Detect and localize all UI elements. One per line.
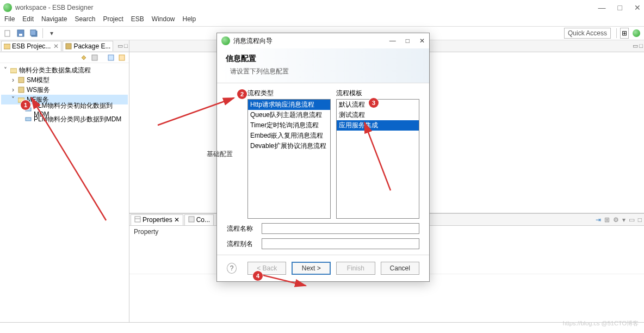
maximize-view-icon[interactable]: □ — [124, 42, 128, 50]
menu-search[interactable]: Search — [75, 15, 95, 26]
svg-rect-11 — [18, 77, 24, 83]
svg-rect-8 — [108, 55, 114, 60]
maximize-button[interactable]: □ — [618, 3, 622, 12]
maximize-view-icon[interactable]: □ — [638, 216, 642, 224]
tree-root[interactable]: ˅ 物料分类主数据集成流程 — [1, 65, 128, 75]
link-editor-icon[interactable] — [80, 54, 88, 61]
menu-file[interactable]: File — [4, 15, 15, 26]
tree-item-ws[interactable]: › WS服务 — [1, 85, 128, 95]
menu-esb[interactable]: ESB — [131, 15, 144, 26]
tab-package-explorer[interactable]: Package E... — [63, 41, 113, 51]
back-button[interactable]: < Back — [247, 262, 286, 275]
dialog-titlebar: 消息流程向导 — □ ✕ — [217, 33, 429, 48]
flow-type-listbox[interactable]: Http请求响应消息流程 Queue队列主题消息流程 Timer定时轮询消息流程… — [247, 99, 331, 219]
close-icon[interactable]: ✕ — [174, 216, 179, 224]
project-tree: ˅ 物料分类主数据集成流程 › SM模型 › WS服务 ˅ MF服务 — [0, 63, 129, 322]
svg-rect-2 — [19, 34, 22, 36]
menu-edit[interactable]: Edit — [22, 15, 34, 26]
tab-label: ESB Projec... — [12, 42, 51, 50]
minimize-button[interactable]: — — [598, 3, 606, 12]
side-label: 基础配置 — [207, 150, 233, 159]
tab-esb-project[interactable]: ESB Projec... ✕ — [1, 41, 61, 51]
close-button[interactable]: ✕ — [419, 37, 425, 45]
model-icon — [17, 76, 25, 84]
minimize-view-icon[interactable]: ▭ — [117, 42, 123, 50]
list-item[interactable]: 默认流程 — [337, 100, 419, 110]
filter-icon[interactable] — [118, 54, 126, 61]
list-item[interactable]: 应用服务集成 — [337, 120, 419, 131]
package-icon — [65, 43, 72, 50]
cancel-button[interactable]: Cancel — [381, 262, 419, 275]
properties-toolbar: ⇥ ⊞ ⚙ ▾ ▭ □ — [596, 216, 644, 224]
perspective-open-icon[interactable]: ⊞ — [622, 29, 627, 37]
console-icon — [188, 216, 195, 224]
editor-tab-tools: ▭ □ — [633, 42, 644, 50]
new-icon[interactable] — [2, 28, 13, 39]
expand-icon[interactable]: › — [10, 86, 16, 94]
app-icon — [221, 36, 230, 45]
tab-console[interactable]: Co... — [184, 214, 214, 225]
svg-rect-15 — [26, 118, 31, 121]
menu-icon[interactable]: ▾ — [622, 216, 626, 224]
tree-item-mf-child1[interactable]: PLM物料分类初始化数据到MDM — [1, 104, 128, 114]
wizard-dialog: 消息流程向导 — □ ✕ 信息配置 请设置下列信息配置 流程类型 Http请求响… — [216, 33, 430, 282]
tree-item-sm[interactable]: › SM模型 — [1, 75, 128, 85]
svg-rect-6 — [66, 44, 71, 49]
window-title: workspace - ESB Designer — [15, 4, 93, 11]
tab-properties[interactable]: Properties ✕ — [131, 214, 183, 225]
expand-icon[interactable]: › — [10, 76, 16, 84]
project-icon — [4, 43, 10, 50]
svg-rect-13 — [18, 98, 24, 102]
close-button[interactable]: ✕ — [634, 3, 641, 12]
categories-icon[interactable]: ⊞ — [604, 216, 610, 224]
collapse-icon[interactable]: ˅ — [3, 66, 8, 74]
list-item[interactable]: Embed嵌入复用消息流程 — [248, 131, 330, 141]
folder-icon — [10, 66, 17, 74]
tree-label: PLM物料分类同步数据到MDM — [34, 115, 121, 124]
pin-icon[interactable]: ⇥ — [596, 216, 601, 224]
show-advanced-icon[interactable]: ⚙ — [613, 216, 619, 224]
save-all-icon[interactable] — [28, 28, 39, 39]
next-button[interactable]: Next > — [292, 262, 331, 275]
list-item[interactable]: Devable扩展协议消息流程 — [248, 141, 330, 151]
list-item[interactable]: 测试流程 — [337, 110, 419, 120]
collapse-icon[interactable]: ˅ — [10, 96, 16, 103]
refresh-icon[interactable] — [107, 54, 115, 61]
folder-icon — [17, 96, 25, 103]
maximize-button[interactable]: □ — [406, 37, 410, 45]
flow-icon — [24, 106, 32, 113]
collapse-all-icon[interactable] — [91, 54, 98, 61]
window-titlebar: workspace - ESB Designer — □ ✕ — [0, 0, 644, 15]
close-icon[interactable]: ✕ — [53, 42, 59, 50]
list-item[interactable]: Timer定时轮询消息流程 — [248, 120, 330, 131]
properties-icon — [134, 216, 141, 224]
save-icon[interactable] — [15, 28, 26, 39]
menu-project[interactable]: Project — [103, 15, 123, 26]
svg-rect-0 — [5, 30, 10, 36]
tool-icon[interactable]: ▾ — [46, 28, 57, 39]
dialog-body: 流程类型 Http请求响应消息流程 Queue队列主题消息流程 Timer定时轮… — [217, 83, 429, 255]
flow-alias-input[interactable] — [262, 238, 419, 249]
menu-help[interactable]: Help — [183, 15, 196, 26]
flow-template-listbox[interactable]: 默认流程 测试流程 应用服务集成 — [336, 99, 419, 219]
left-panel-tabs: ESB Projec... ✕ Package E... ▭ □ — [0, 40, 129, 52]
maximize-view-icon[interactable]: □ — [639, 42, 643, 50]
minimize-button[interactable]: — — [389, 37, 396, 45]
list-item[interactable]: Queue队列主题消息流程 — [248, 110, 330, 120]
svg-rect-4 — [30, 30, 36, 35]
perspective-esb-icon[interactable] — [631, 28, 642, 39]
properties-column-header: Property — [129, 226, 163, 274]
tab-label: Properties — [143, 216, 172, 224]
svg-rect-10 — [10, 69, 17, 73]
minimize-view-icon[interactable]: ▭ — [629, 216, 635, 224]
flow-name-input[interactable] — [262, 223, 419, 234]
menu-window[interactable]: Window — [152, 15, 175, 26]
minimize-view-icon[interactable]: ▭ — [633, 42, 638, 50]
perspective-switcher[interactable]: ⊞ — [620, 28, 629, 39]
menu-navigate[interactable]: Navigate — [41, 15, 67, 26]
tree-item-mf-child2[interactable]: PLM物料分类同步数据到MDM — [1, 114, 128, 124]
quick-access-button[interactable]: Quick Access — [564, 28, 611, 39]
list-item[interactable]: Http请求响应消息流程 — [248, 100, 330, 110]
finish-button[interactable]: Finish — [336, 262, 375, 275]
help-button[interactable]: ? — [227, 263, 237, 274]
